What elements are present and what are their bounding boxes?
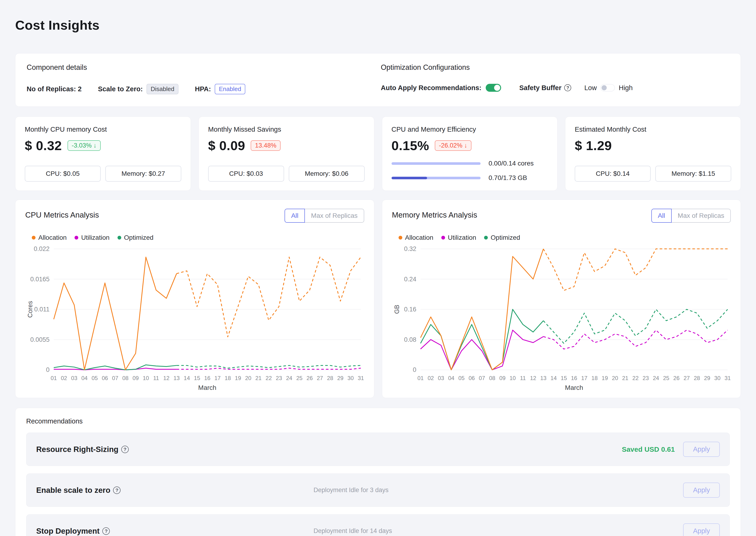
help-icon[interactable]: ? [102, 527, 110, 535]
replicas-count: No of Replicas: 2 [27, 85, 82, 93]
svg-text:March: March [198, 384, 216, 391]
svg-text:13: 13 [173, 375, 180, 381]
svg-text:05: 05 [458, 375, 464, 381]
tab-all[interactable]: All [285, 209, 305, 223]
svg-text:16: 16 [571, 375, 577, 381]
help-icon[interactable]: ? [121, 446, 129, 453]
svg-text:25: 25 [296, 375, 303, 381]
svg-text:13: 13 [540, 375, 547, 381]
svg-text:07: 07 [112, 375, 119, 381]
svg-text:10: 10 [143, 375, 149, 381]
svg-text:20: 20 [612, 375, 618, 381]
svg-text:30: 30 [347, 375, 354, 381]
optimized-dot-icon [484, 236, 488, 240]
svg-text:0.24: 0.24 [404, 276, 416, 283]
svg-text:Cores: Cores [27, 301, 34, 318]
cpu-chip: CPU: $0.05 [25, 166, 101, 182]
svg-text:06: 06 [468, 375, 475, 381]
svg-text:0.0165: 0.0165 [30, 276, 50, 283]
svg-text:21: 21 [622, 375, 628, 381]
stat-value: 0.15% [392, 138, 429, 153]
svg-text:27: 27 [683, 375, 690, 381]
svg-text:01: 01 [51, 375, 57, 381]
tab-all[interactable]: All [651, 209, 672, 223]
optimization-config-title: Optimization Configurations [381, 63, 729, 72]
cpu-metrics-chart: 00.00550.0110.01650.02201020304050607080… [25, 244, 364, 393]
charts-row: CPU Metrics Analysis All Max of Replicas… [15, 200, 741, 398]
svg-text:26: 26 [673, 375, 680, 381]
delta-badge: 13.48% [251, 140, 281, 151]
stat-title: CPU and Memory Efficiency [392, 126, 548, 133]
svg-text:20: 20 [245, 375, 251, 381]
delta-badge: -3.03% ↓ [67, 140, 101, 151]
svg-text:29: 29 [704, 375, 710, 381]
svg-text:15: 15 [561, 375, 567, 381]
svg-text:18: 18 [225, 375, 231, 381]
scale-to-zero-label: Scale to Zero: [98, 85, 143, 93]
recommendation-title: Stop Deployment [36, 527, 99, 536]
svg-text:28: 28 [694, 375, 700, 381]
recommendation-row-resource-right-sizing: Resource Right-Sizing ? Saved USD 0.61 A… [26, 433, 730, 466]
saved-amount: Saved USD 0.61 [622, 446, 675, 453]
memory-chart-title: Memory Metrics Analysis [392, 211, 477, 219]
cores-usage-label: 0.00/0.14 cores [488, 160, 534, 167]
cpu-chip: CPU: $0.03 [208, 166, 284, 182]
apply-button[interactable]: Apply [683, 523, 720, 536]
safety-buffer-toggle[interactable] [600, 84, 615, 91]
svg-text:0: 0 [413, 366, 416, 373]
svg-text:24: 24 [286, 375, 292, 381]
svg-text:14: 14 [551, 375, 557, 381]
memory-chip: Memory: $1.15 [655, 166, 731, 182]
cpu-metrics-card: CPU Metrics Analysis All Max of Replicas… [15, 200, 374, 398]
stat-value: $ 1.29 [575, 138, 612, 153]
svg-text:10: 10 [510, 375, 516, 381]
safety-buffer-label: Safety Buffer [519, 84, 561, 92]
recommendation-title: Resource Right-Sizing [36, 445, 119, 454]
apply-button[interactable]: Apply [683, 442, 720, 457]
memory-chip: Memory: $0.06 [289, 166, 365, 182]
svg-text:08: 08 [122, 375, 128, 381]
utilization-dot-icon [441, 236, 445, 240]
svg-text:11: 11 [153, 375, 159, 381]
svg-text:0.011: 0.011 [34, 306, 50, 313]
cpu-chart-legend: Allocation Utilization Optimized [32, 234, 364, 241]
stat-title: Monthly Missed Savings [208, 126, 365, 133]
memory-chip: Memory: $0.27 [105, 166, 181, 182]
scale-to-zero-badge: Disabled [147, 84, 178, 94]
allocation-dot-icon [32, 236, 36, 240]
svg-text:29: 29 [337, 375, 344, 381]
svg-text:03: 03 [438, 375, 444, 381]
svg-text:21: 21 [255, 375, 262, 381]
scale-to-zero-item: Scale to Zero: Disabled [98, 84, 178, 94]
apply-button[interactable]: Apply [683, 483, 720, 498]
svg-text:12: 12 [163, 375, 170, 381]
monthly-missed-savings-card: Monthly Missed Savings $ 0.09 13.48% CPU… [198, 117, 374, 191]
low-label: Low [584, 84, 597, 92]
help-icon[interactable]: ? [113, 486, 121, 494]
hpa-badge: Enabled [215, 84, 245, 94]
svg-text:31: 31 [725, 375, 731, 381]
page-title: Cost Insights [15, 17, 741, 33]
cpu-chart-tabs: All Max of Replicas [285, 209, 364, 223]
svg-text:15: 15 [194, 375, 200, 381]
svg-text:12: 12 [530, 375, 536, 381]
safety-buffer-help-icon[interactable]: ? [564, 84, 571, 91]
legend-optimized: Optimized [490, 234, 520, 241]
svg-text:0.08: 0.08 [404, 336, 416, 343]
svg-text:09: 09 [132, 375, 139, 381]
svg-text:23: 23 [276, 375, 282, 381]
auto-apply-toggle[interactable] [486, 84, 501, 92]
legend-allocation: Allocation [38, 234, 67, 241]
tab-max-of-replicas[interactable]: Max of Replicas [672, 209, 731, 223]
svg-text:09: 09 [499, 375, 506, 381]
safety-buffer-item: Safety Buffer ? [519, 84, 571, 92]
stat-value: $ 0.32 [25, 138, 62, 153]
svg-text:08: 08 [489, 375, 495, 381]
component-details-section: Component details No of Replicas: 2 Scal… [27, 63, 378, 94]
svg-text:31: 31 [358, 375, 364, 381]
legend-utilization: Utilization [81, 234, 109, 241]
memory-chart-legend: Allocation Utilization Optimized [399, 234, 731, 241]
tab-max-of-replicas[interactable]: Max of Replicas [305, 209, 364, 223]
legend-utilization: Utilization [448, 234, 476, 241]
monthly-cpu-memory-cost-card: Monthly CPU memory Cost $ 0.32 -3.03% ↓ … [15, 117, 191, 191]
